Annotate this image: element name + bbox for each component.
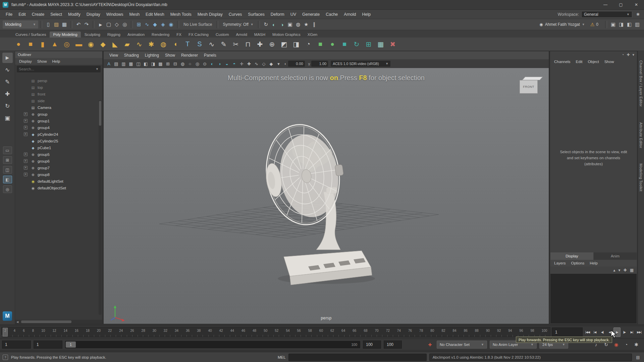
shelf-helix-icon[interactable]: ∿ bbox=[133, 39, 145, 50]
menu-item[interactable]: Edit Mesh bbox=[143, 10, 167, 19]
rotate-tool[interactable]: ↻ bbox=[2, 101, 13, 111]
menu-item[interactable]: Modify bbox=[65, 10, 84, 19]
workspace-gear-icon[interactable]: ✱ bbox=[635, 12, 641, 17]
hypershade-icon[interactable]: ◍ bbox=[294, 20, 302, 28]
outliner-item[interactable]: ⊕ group5 bbox=[15, 151, 102, 158]
layout-outliner-persp-button[interactable]: ◧ bbox=[3, 176, 12, 183]
step-forward-key-button[interactable]: ▶| bbox=[628, 327, 635, 337]
undo-icon[interactable]: ↶ bbox=[74, 20, 83, 28]
snap-plane-icon[interactable]: ◈ bbox=[159, 20, 167, 28]
anim-prefs-icon[interactable]: ✱ bbox=[633, 341, 640, 348]
channel-options-icon[interactable]: ▾ bbox=[632, 53, 634, 57]
layer-list[interactable] bbox=[550, 274, 637, 323]
lasso-tool[interactable]: ∿ bbox=[2, 65, 13, 75]
shelf-cube-icon[interactable]: ■ bbox=[25, 39, 36, 50]
shadows-icon[interactable]: ✛ bbox=[238, 60, 245, 67]
add-anim-layer-icon[interactable]: ✚ bbox=[426, 342, 434, 347]
shelf-multi-cut-icon[interactable]: ✚ bbox=[254, 39, 266, 50]
grease-pencil-icon[interactable]: ▩ bbox=[157, 60, 164, 67]
workspace-dropdown[interactable]: General ▼ bbox=[581, 11, 632, 18]
scroll-left-icon[interactable]: ◀ bbox=[15, 320, 20, 323]
shelf-tab[interactable]: Animation bbox=[124, 32, 148, 38]
menu-item[interactable]: Generate bbox=[299, 10, 323, 19]
animation-end-field[interactable]: 100 bbox=[384, 341, 402, 349]
isolate-select-icon[interactable]: ◆ bbox=[268, 60, 275, 67]
view-cube-front-face[interactable]: FRONT bbox=[520, 80, 538, 94]
divider[interactable] bbox=[93, 21, 95, 28]
layer-editor-menu-item[interactable]: Layers bbox=[551, 260, 569, 266]
minimize-button[interactable]: — bbox=[598, 0, 613, 10]
select-hierarchy-icon[interactable]: ► bbox=[97, 20, 105, 28]
divider[interactable] bbox=[605, 21, 607, 28]
menu-item[interactable]: Create bbox=[29, 10, 48, 19]
channel-history-icon[interactable]: ◔ bbox=[622, 53, 624, 57]
divider[interactable] bbox=[216, 21, 218, 28]
layer-editor-tab[interactable]: Anim bbox=[594, 252, 637, 260]
layer-editor-tab[interactable]: Display bbox=[550, 252, 593, 260]
grid-toggle-icon[interactable]: ⊞ bbox=[164, 60, 171, 67]
shelf-pyramid-icon[interactable]: ◣ bbox=[109, 39, 121, 50]
menu-item[interactable]: Arnold bbox=[341, 10, 359, 19]
shelf-soccer-ball-icon[interactable]: ◍ bbox=[158, 39, 169, 50]
scrollbar-thumb[interactable] bbox=[21, 320, 71, 323]
shelf-tab[interactable]: Custom bbox=[212, 32, 232, 38]
select-object-icon[interactable]: ▢ bbox=[105, 20, 113, 28]
image-plane-icon[interactable]: ◫ bbox=[135, 60, 142, 67]
bookmarks-icon[interactable]: ▦ bbox=[127, 60, 135, 67]
outliner-item[interactable]: ▤ front bbox=[15, 91, 102, 98]
channel-box-menu-item[interactable]: Object bbox=[585, 58, 601, 65]
shelf-tab[interactable]: Sculpting bbox=[81, 32, 104, 38]
outliner-item[interactable]: ⊕ group1 bbox=[15, 118, 102, 124]
sidebar-vertical-tab[interactable]: Modeling Toolkit bbox=[639, 164, 643, 191]
toggle-attribute-editor-icon[interactable]: ◨ bbox=[617, 20, 625, 28]
shelf-tab[interactable]: Arnold bbox=[233, 32, 251, 38]
lock-camera-icon[interactable]: ▤ bbox=[113, 60, 120, 67]
expand-toggle[interactable] bbox=[24, 166, 28, 170]
outliner-menu-item[interactable]: Show bbox=[35, 58, 50, 65]
step-back-key-button[interactable]: |◀ bbox=[591, 327, 598, 337]
layer-visibility-icon[interactable]: ▴ bbox=[613, 268, 615, 273]
snap-point-icon[interactable]: ◆ bbox=[151, 20, 159, 28]
shelf-tab[interactable]: MASH bbox=[251, 32, 269, 38]
shelf-cone-icon[interactable]: ▲ bbox=[49, 39, 60, 50]
shelf-tab[interactable]: Curves / Surfaces bbox=[12, 32, 49, 38]
menu-item[interactable]: Surfaces bbox=[245, 10, 267, 19]
wireframe-icon[interactable]: ◐ bbox=[209, 60, 216, 67]
shelf-torus-icon[interactable]: ◎ bbox=[61, 39, 72, 50]
view-cube-top-face[interactable] bbox=[522, 77, 543, 80]
new-layer-selected-icon[interactable]: ▦ bbox=[630, 268, 634, 273]
step-forward-frame-button[interactable]: |▶ bbox=[621, 327, 628, 337]
new-scene-icon[interactable]: ▯ bbox=[44, 20, 52, 28]
command-line-input[interactable] bbox=[288, 354, 427, 361]
redo-icon[interactable]: ↷ bbox=[83, 20, 91, 28]
xray-icon[interactable]: ▾ bbox=[275, 60, 282, 67]
outliner-item[interactable]: ⊕ group bbox=[15, 111, 102, 118]
range-slider[interactable]: 1 100 bbox=[65, 341, 360, 348]
outliner-item[interactable]: ◆ pCube1 bbox=[15, 144, 102, 151]
viewport-menu-item[interactable]: Show bbox=[162, 51, 178, 59]
shelf-target-weld-icon[interactable]: ⊕ bbox=[266, 39, 278, 50]
menu-item[interactable]: File bbox=[3, 10, 15, 19]
motion-blur-icon[interactable]: ∿ bbox=[253, 60, 260, 67]
maximize-button[interactable]: ▢ bbox=[613, 0, 629, 10]
move-tool[interactable]: ✚ bbox=[2, 89, 13, 99]
shelf-svg-icon[interactable]: S bbox=[194, 39, 205, 50]
close-button[interactable]: ✕ bbox=[629, 0, 644, 10]
divider[interactable] bbox=[70, 21, 72, 28]
divider[interactable] bbox=[131, 21, 133, 28]
channel-box-menu-item[interactable]: Channels bbox=[551, 58, 573, 65]
menu-item[interactable]: Mesh Tools bbox=[167, 10, 195, 19]
outliner-vertical-scrollbar[interactable] bbox=[99, 100, 102, 315]
menu-item[interactable]: Mesh bbox=[126, 10, 143, 19]
selection-mask-icon[interactable]: ◎ bbox=[121, 20, 129, 28]
outliner-item[interactable]: ⊕ group4 bbox=[15, 124, 102, 131]
shelf-quad-draw-icon[interactable]: ✂ bbox=[230, 39, 241, 50]
expand-toggle[interactable] bbox=[24, 153, 28, 156]
current-frame-field[interactable]: 1 bbox=[552, 327, 583, 337]
shelf-curve-icon[interactable]: ∿ bbox=[206, 39, 217, 50]
outliner-item[interactable]: ◆ pCylinder24 bbox=[15, 131, 102, 138]
menu-item[interactable]: Mesh Display bbox=[195, 10, 226, 19]
divider[interactable] bbox=[258, 21, 260, 28]
outliner-item[interactable]: ◉ defaultLightSet bbox=[15, 178, 102, 185]
menu-item[interactable]: Help bbox=[359, 10, 374, 19]
